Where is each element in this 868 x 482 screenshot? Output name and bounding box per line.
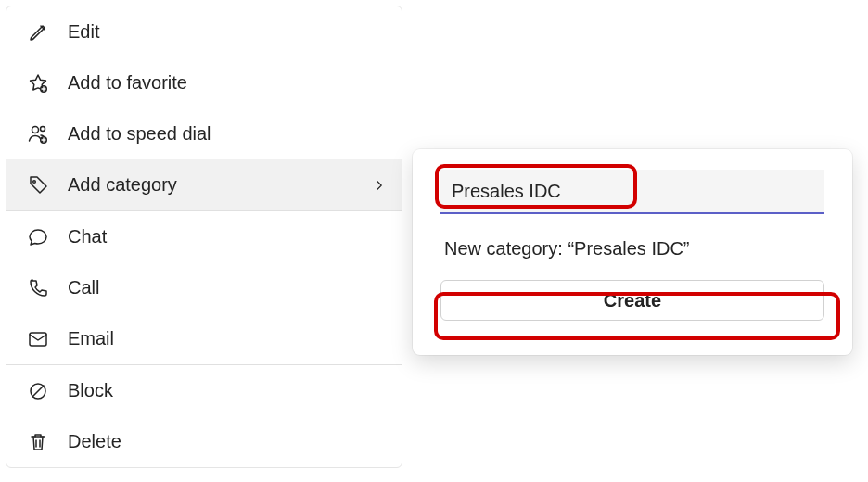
category-input-wrap[interactable] [440,170,824,214]
chevron-right-icon [370,176,389,195]
menu-label: Chat [68,226,389,247]
menu-item-add-category[interactable]: Add category [6,159,402,210]
add-category-flyout: New category: “Presales IDC” Create [413,149,852,355]
menu-item-email[interactable]: Email [6,313,402,364]
star-plus-icon [25,70,51,96]
tag-icon [25,172,51,198]
menu-label: Add category [68,174,370,196]
menu-item-edit[interactable]: Edit [6,6,402,57]
menu-label: Add to favorite [68,72,389,94]
menu-item-delete[interactable]: Delete [6,416,402,467]
category-input[interactable] [440,170,824,212]
chat-icon [25,224,51,250]
menu-label: Email [68,328,389,349]
trash-icon [25,429,51,455]
menu-item-speed-dial[interactable]: Add to speed dial [6,108,402,159]
context-menu[interactable]: Edit Add to favorite Add to speed dial A… [6,6,402,468]
phone-icon [25,275,51,301]
suggestion-prefix: New category: [444,238,568,259]
menu-item-chat[interactable]: Chat [6,211,402,262]
person-plus-icon [25,121,51,147]
pencil-icon [25,19,51,45]
menu-item-call[interactable]: Call [6,262,402,313]
create-button[interactable]: Create [440,280,824,321]
svg-point-4 [33,180,36,183]
svg-rect-5 [30,333,46,346]
menu-label: Edit [68,21,389,43]
menu-label: Add to speed dial [68,123,389,145]
svg-point-1 [32,126,39,133]
new-category-suggestion[interactable]: New category: “Presales IDC” [440,238,824,260]
suggestion-value: “Presales IDC” [568,238,689,259]
menu-label: Block [68,380,389,401]
menu-label: Delete [68,431,389,452]
menu-item-favorite[interactable]: Add to favorite [6,57,402,108]
menu-item-block[interactable]: Block [6,365,402,416]
menu-label: Call [68,277,389,298]
block-icon [25,378,51,404]
svg-point-2 [41,126,45,131]
mail-icon [25,326,51,352]
